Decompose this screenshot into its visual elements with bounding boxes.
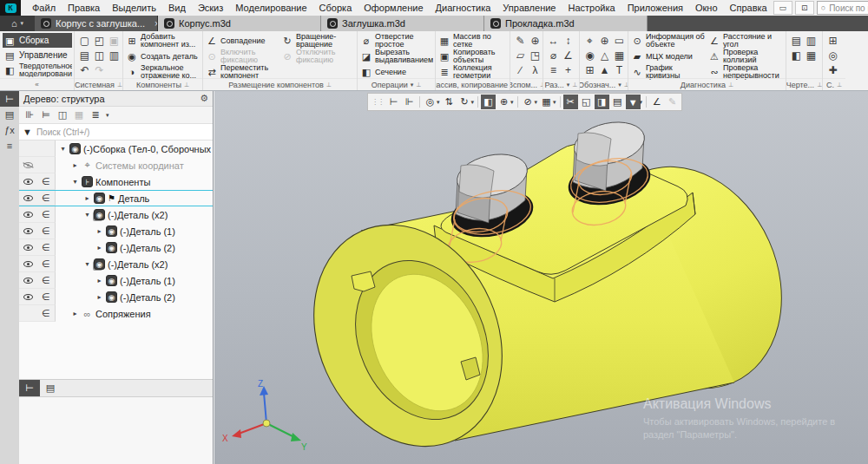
spec-create-icon[interactable]: ⊞ [825, 33, 840, 48]
dropdown-caret-icon[interactable]: ▾ [437, 99, 441, 106]
add-component-button[interactable]: ⊞Добавить компонент из... [126, 33, 201, 49]
visibility-cell[interactable] [19, 173, 37, 189]
tree-node[interactable]: ▾⊦Компоненты [56, 173, 213, 190]
tree-row[interactable]: ▾◉(-)Сборка (Тел-0, Сборочных единиц-0 [19, 141, 213, 157]
model-canvas[interactable]: Z X Y [214, 91, 868, 464]
distance-angle-button[interactable]: ∠Расстояние и угол [708, 33, 784, 49]
pin-icon[interactable]: ⊥ [184, 82, 189, 88]
menu-item-Оформление[interactable]: Оформление [358, 3, 429, 13]
eye-icon[interactable] [23, 212, 33, 218]
tree-relations-icon[interactable]: ◫ [55, 108, 70, 122]
spec-show-icon[interactable]: ◎ [825, 48, 840, 62]
grid-array-button[interactable]: ▦Массив по сетке [438, 33, 508, 49]
pin-icon[interactable]: ⊥ [326, 82, 332, 88]
tree-node[interactable]: ▾◉(-)Сборка (Тел-0, Сборочных единиц-0 [56, 141, 213, 157]
csys-local-icon[interactable]: ⊩ [402, 95, 417, 109]
menu-item-Вид[interactable]: Вид [162, 3, 192, 13]
menu-item-Управление[interactable]: Управление [496, 3, 562, 13]
mass-properties-button[interactable]: ▰МЦХ модели [631, 49, 707, 64]
eye-icon[interactable] [23, 195, 33, 201]
group-caret-icon[interactable]: ▾ [618, 82, 621, 88]
tree-node[interactable]: ▸◉(-)Деталь (2) [56, 289, 213, 305]
expand-closed-icon[interactable]: ▸ [83, 194, 91, 202]
tree-row[interactable]: ∈▾◉(-)Деталь (x2) [19, 206, 213, 223]
menu-item-Эскиз[interactable]: Эскиз [192, 3, 229, 13]
expand-closed-icon[interactable]: ▸ [71, 310, 79, 317]
pin-icon[interactable]: ⊥ [416, 82, 421, 88]
eye-icon[interactable] [23, 261, 33, 267]
measure-icon[interactable]: ∠ [649, 95, 664, 109]
spec-panel-icon[interactable]: ▤ [0, 107, 19, 122]
document-tab[interactable]: Прокладка.m3d [484, 16, 648, 31]
spiral-icon[interactable]: ✎ [513, 33, 528, 48]
expand-open-icon[interactable]: ▾ [83, 211, 91, 219]
document-tab[interactable]: Заглушка.m3d [321, 16, 484, 31]
coincide-button[interactable]: ∠Совпадение [206, 33, 279, 49]
visibility-cell[interactable] [19, 223, 37, 239]
tree-node[interactable]: ▸⌖Системы координат [56, 157, 213, 173]
filter-icon[interactable]: ▼ [626, 95, 641, 109]
screen-mode-icon[interactable]: ⊡ [795, 1, 814, 15]
report-icon[interactable]: ▤ [610, 95, 625, 109]
visibility-cell[interactable] [19, 206, 37, 222]
undo-icon[interactable]: ↶ [77, 62, 92, 77]
tree-node[interactable]: ▸◉(-)Деталь (1) [56, 223, 213, 239]
open-document-icon[interactable]: ◰ [92, 33, 107, 48]
collision-check-button[interactable]: ⚠Проверка коллизий [708, 49, 784, 64]
hatch-icon[interactable]: ▦ [612, 48, 627, 62]
display-mode-icon[interactable]: ◧ [481, 95, 496, 109]
eye-icon[interactable] [23, 278, 33, 284]
expand-closed-icon[interactable]: ▸ [95, 277, 103, 284]
parameters-panel-icon[interactable]: ƒx [0, 122, 19, 138]
panel-menu-icon[interactable]: ≡ [0, 138, 19, 154]
model-display-icon[interactable]: ◨ [595, 95, 609, 109]
pin-icon[interactable]: ⊥ [117, 82, 122, 88]
hide-objects-icon[interactable]: ⊘ [521, 95, 536, 109]
visibility-cell[interactable] [19, 305, 37, 321]
pan-icon[interactable]: ⇅ [442, 95, 457, 109]
expand-open-icon[interactable]: ▾ [71, 178, 79, 186]
chain-dim-icon[interactable]: ≡ [546, 62, 561, 77]
eye-slash-icon[interactable] [23, 162, 33, 168]
tree-row[interactable]: ∈▸◉(-)Деталь (2) [19, 239, 213, 256]
mode-management[interactable]: ▤Управление [3, 48, 72, 62]
tree-groups-icon[interactable]: ▦ [71, 108, 87, 122]
datum-icon[interactable]: ⌖ [582, 33, 597, 48]
expand-closed-icon[interactable]: ▸ [95, 293, 103, 301]
gear-icon[interactable]: ⚙ [200, 93, 208, 104]
viewport-3d[interactable]: Z X Y ⋮⋮⊢⊩◎▾⇅↻▾◧⊕▾⊘▾▦▾✂◱◨▤▼▾∠✎ Активация… [214, 91, 868, 464]
copy-objects-button[interactable]: ▣Копировать объекты [438, 49, 508, 64]
preview-icon[interactable]: ◫ [92, 48, 107, 62]
eye-icon[interactable] [23, 245, 33, 251]
dropdown-caret-icon[interactable]: ▾ [535, 99, 539, 106]
dropdown-caret-icon[interactable]: ▾ [553, 99, 557, 106]
home-button[interactable]: ⌂ ▾ [0, 16, 35, 31]
expand-open-icon[interactable]: ▾ [83, 260, 91, 268]
menu-item-Окно[interactable]: Окно [689, 3, 724, 13]
menu-item-Приложения[interactable]: Приложения [621, 3, 689, 13]
arrow-mark-icon[interactable]: ▲ [597, 62, 612, 77]
linear-dim-icon[interactable]: ↔ [546, 33, 561, 48]
layout-window-icon[interactable]: ▭ [773, 1, 792, 15]
tree-row[interactable]: ∈▸◉(-)Деталь (1) [19, 223, 213, 239]
tree-display-options-icon[interactable]: ≣ [88, 108, 103, 122]
menu-item-Настройка[interactable]: Настройка [562, 3, 621, 13]
group-caret-icon[interactable]: ▾ [411, 82, 414, 88]
orbit-icon[interactable]: ↻ [457, 95, 472, 109]
eye-icon[interactable] [23, 294, 33, 300]
diameter-dim-icon[interactable]: ⌀ [546, 48, 561, 62]
tree-row[interactable]: ∈▾◉(-)Деталь (x2) [19, 256, 213, 272]
expression-icon[interactable]: λ [528, 62, 542, 77]
dropdown-caret-icon[interactable]: ▾ [510, 99, 515, 106]
eye-icon[interactable] [23, 228, 33, 234]
simple-hole-button[interactable]: ⌀Отверстие простое [360, 33, 433, 49]
tolerance-icon[interactable]: ⊕ [597, 33, 612, 48]
new-drawing-icon[interactable]: ▤ [789, 33, 804, 48]
new-document-icon[interactable]: ▢ [77, 33, 92, 48]
pin-icon[interactable]: ⊥ [540, 82, 542, 88]
drag-handle-icon[interactable]: ⋮⋮ [370, 98, 385, 106]
save-as-icon[interactable]: ▥ [107, 48, 122, 62]
tree-node[interactable]: ▸◉⚑Деталь [56, 191, 213, 206]
point-icon[interactable]: ⊕ [528, 33, 542, 48]
tree-row[interactable]: ▸⌖Системы координат [19, 157, 213, 173]
